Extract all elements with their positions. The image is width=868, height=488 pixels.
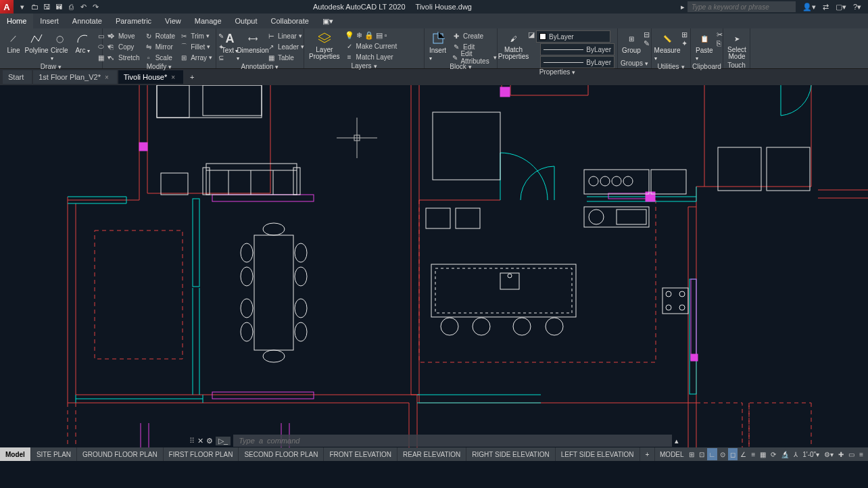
selectmode-button[interactable]: ➤Select Mode [726,30,748,62]
status-customize-icon[interactable]: ≡ [857,448,865,460]
layer-off-icon[interactable]: 💡 [345,31,354,40]
linear-button[interactable]: ⊢Linear▾ [265,30,306,41]
layout-second[interactable]: SECOND FLOOR PLAN [239,447,324,461]
status-otrack-icon[interactable]: ∠ [738,448,748,460]
calc-icon[interactable]: ⊞ [681,30,688,39]
status-grid-icon[interactable]: ⊞ [687,448,696,460]
lineweight-select[interactable]: ByLayer [540,56,614,68]
close-icon[interactable]: × [105,74,109,81]
menu-parametric[interactable]: Parametric [109,14,158,28]
layout-right[interactable]: RIGHT SIDE ELEVATION [466,447,555,461]
rotate-button[interactable]: ↻Rotate [143,30,176,41]
status-osnap-icon[interactable]: ◻ [728,448,738,460]
status-polar-icon[interactable]: ⊙ [718,448,727,460]
file-tab-2[interactable]: Tivoli House*× [118,70,183,84]
menu-apps[interactable]: ▣▾ [316,14,340,28]
layout-first[interactable]: FIRST FLOOR PLAN [164,447,239,461]
save-icon[interactable]: 🖫 [42,2,51,11]
status-cycling-icon[interactable]: ⟳ [769,448,778,460]
status-annoscale-icon[interactable]: 🔬 [779,448,791,460]
menu-home[interactable]: Home [0,14,33,28]
file-tab-1[interactable]: 1st Floor Plan_V2*× [33,70,117,84]
color-select[interactable]: ByLayer [536,30,610,43]
array-button[interactable]: ⊞Array▾ [178,52,214,63]
layer-color-icon[interactable]: ▫ [385,31,387,40]
create-button[interactable]: ✚Create [450,30,498,41]
status-clean-icon[interactable]: ▭ [846,448,857,460]
insert-button[interactable]: Insert [427,30,449,63]
menu-output[interactable]: Output [228,14,264,28]
layer-properties-button[interactable]: Layer Properties [307,30,342,62]
status-snap-icon[interactable]: ⊡ [697,448,706,460]
help-icon[interactable]: ?▾ [853,3,861,11]
status-lwt-icon[interactable]: ≡ [749,448,757,460]
copyclip-icon[interactable]: ⎘ [717,39,723,47]
stretch-button[interactable]: ⤡Stretch [105,52,141,63]
fillet-button[interactable]: ⌒Fillet▾ [178,41,214,52]
file-tab-start[interactable]: Start [3,70,32,84]
layout-rear[interactable]: REAR ELEVATION [397,447,466,461]
move-button[interactable]: ✥Move [105,30,141,41]
layout-left[interactable]: LEFT SIDE ELEVATION [556,447,640,461]
linetype-select[interactable]: ByLayer [540,43,614,55]
close-cmd-icon[interactable]: ✕ [197,437,203,445]
layer-freeze-icon[interactable]: ❄ [356,31,362,40]
menu-manage[interactable]: Manage [188,14,228,28]
menu-insert[interactable]: Insert [33,14,66,28]
layer-lock-icon[interactable]: 🔒 [364,31,374,40]
close-icon[interactable]: × [171,74,175,81]
arc-button[interactable]: Arc [72,30,93,55]
line-button[interactable]: ／Line [3,30,24,55]
redo-icon[interactable]: ↷ [91,2,100,11]
trim-button[interactable]: ✂Trim▾ [178,30,214,41]
menu-view[interactable]: View [158,14,188,28]
plot-icon[interactable]: ⎙ [66,2,76,11]
layer-iso-icon[interactable]: ▤ [376,31,383,40]
circle-button[interactable]: ◯Circle [49,30,70,63]
ungroup-icon[interactable]: ⊟ [644,30,650,39]
status-transparency-icon[interactable]: ▦ [758,448,768,460]
command-input[interactable] [233,435,672,447]
status-model[interactable]: MODEL [658,448,686,460]
app-icon[interactable]: A [0,0,14,14]
layout-siteplan[interactable]: SITE PLAN [31,447,77,461]
leader-button[interactable]: ↗Leader▾ [265,41,306,52]
new-icon[interactable]: ▾ [18,2,27,11]
menu-annotate[interactable]: Annotate [66,14,109,28]
point-icon[interactable]: ✦ [681,39,688,48]
copy-button[interactable]: ⎘Copy [105,41,141,52]
color-swatch-icon[interactable]: ◪ [528,30,535,43]
recent-cmd-icon[interactable]: ▴ [675,437,679,445]
paste-button[interactable]: 📋Paste [694,30,715,63]
match-properties-button[interactable]: 🖌Match Properties [500,30,527,62]
new-tab-button[interactable]: + [185,70,202,84]
status-monitor-icon[interactable]: ✚ [836,448,846,460]
layout-ground[interactable]: GROUND FLOOR PLAN [77,447,164,461]
status-scale[interactable]: 1'-0"▾ [800,448,821,460]
signin-icon[interactable]: 👤▾ [802,3,816,11]
scale-button[interactable]: ▫Scale [143,52,176,63]
cmd-handle-icon[interactable]: ⠿ [189,437,195,445]
saveas-icon[interactable]: 🖬 [54,2,64,11]
share-icon[interactable]: ⇄ [823,3,829,11]
search-input[interactable] [688,1,796,12]
table-button[interactable]: ▦Table [265,52,306,63]
groupedit-icon[interactable]: ✎ [644,39,650,48]
mirror-button[interactable]: ⇋Mirror [143,41,176,52]
menu-collaborate[interactable]: Collaborate [264,14,316,28]
folder-icon[interactable]: 🗀 [30,2,39,11]
editattr-button[interactable]: ✎Edit Attributes▾ [450,52,498,63]
group-button[interactable]: ⊞Group [621,30,642,55]
polyline-button[interactable]: Polyline [26,30,47,55]
drawing-canvas[interactable]: ⠿ ✕ ⚙ ▷_ ▴ Model SITE PLAN GROUND FLOOR … [0,85,868,461]
status-ortho-icon[interactable]: ∟ [707,448,718,460]
status-workspace-icon[interactable]: ⚙▾ [822,448,836,460]
help-dropdown-icon[interactable]: ▢▾ [836,3,846,11]
cut-icon[interactable]: ✂ [717,30,723,39]
layout-front[interactable]: FRONT ELEVATION [324,447,397,461]
status-annoscale2-icon[interactable]: ⅄ [792,448,800,460]
layout-add[interactable]: + [640,447,656,461]
customize-cmd-icon[interactable]: ⚙ [206,437,213,445]
measure-button[interactable]: 📏Measure [654,30,680,63]
dimension-button[interactable]: ⟷Dimension [242,30,264,63]
